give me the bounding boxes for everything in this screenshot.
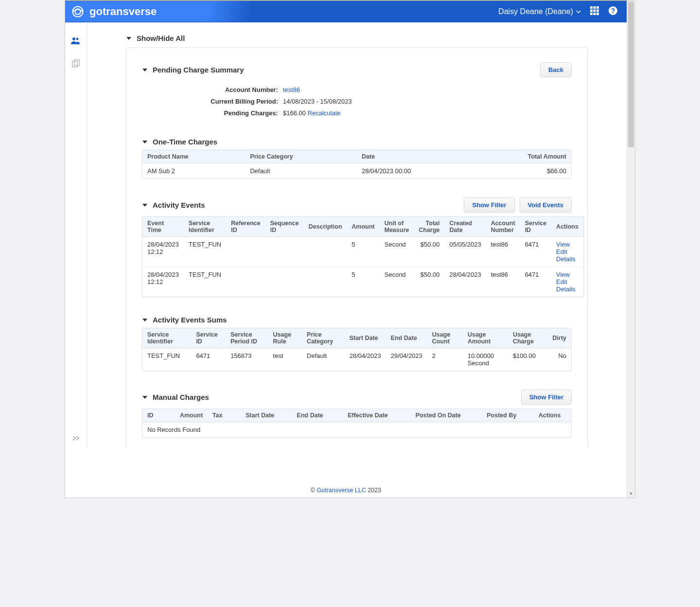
sidebar-copy-icon[interactable] bbox=[71, 59, 80, 70]
link-account-number[interactable]: test86 bbox=[283, 86, 300, 93]
sidebar-accounts-icon[interactable] bbox=[71, 37, 81, 47]
th-svc-identifier[interactable]: Service Identifier bbox=[142, 328, 192, 348]
section-activity-sums: Activity Events Sums Service Identifier … bbox=[142, 316, 572, 371]
svg-rect-9 bbox=[594, 13, 596, 15]
link-edit[interactable]: Edit bbox=[556, 248, 567, 255]
label-pending-charges: Pending Charges: bbox=[195, 107, 283, 119]
th-product[interactable]: Product Name bbox=[142, 150, 245, 163]
svg-rect-5 bbox=[590, 9, 593, 12]
footer: © Gotransverse LLC 2023 bbox=[65, 484, 627, 498]
th-uom[interactable]: Unit of Measure bbox=[380, 217, 414, 237]
th-price-category[interactable]: Price Category bbox=[302, 328, 345, 348]
th-tax[interactable]: Tax bbox=[208, 409, 234, 422]
th-total-charge[interactable]: Total Charge bbox=[414, 217, 444, 237]
section-title-sums: Activity Events Sums bbox=[153, 316, 227, 324]
th-end-date[interactable]: End Date bbox=[386, 328, 427, 348]
left-sidebar bbox=[65, 22, 87, 448]
svg-rect-2 bbox=[590, 6, 593, 9]
browser-viewport: ▲ ▼ gotransverse Accounts Daisy Deane (D… bbox=[65, 0, 635, 498]
brand-name: gotransverse bbox=[89, 5, 157, 18]
th-posted-by[interactable]: Posted By bbox=[475, 409, 528, 422]
caret-down-icon[interactable] bbox=[142, 394, 148, 400]
sidebar-expand-icon[interactable] bbox=[72, 435, 80, 444]
th-usage-amount[interactable]: Usage Amount bbox=[463, 328, 508, 348]
apps-grid-icon[interactable] bbox=[590, 6, 599, 18]
link-details[interactable]: Details bbox=[556, 286, 576, 293]
show-filter-button[interactable]: Show Filter bbox=[464, 197, 514, 213]
th-service-identifier[interactable]: Service Identifier bbox=[184, 217, 226, 237]
link-edit[interactable]: Edit bbox=[556, 278, 567, 286]
th-price-category[interactable]: Price Category bbox=[245, 150, 357, 163]
section-title-manual: Manual Charges bbox=[153, 393, 209, 401]
help-icon[interactable]: ? bbox=[608, 6, 618, 18]
manual-charges-table: ID Amount Tax Start Date End Date Effect… bbox=[142, 409, 572, 438]
caret-down-icon[interactable] bbox=[142, 67, 148, 73]
table-row: 28/04/2023 12:12 TEST_FUN 5 Second $50.0… bbox=[142, 267, 584, 297]
th-start-date[interactable]: Start Date bbox=[234, 409, 286, 422]
one-time-table: Product Name Price Category Date Total A… bbox=[142, 150, 572, 179]
svg-rect-8 bbox=[590, 13, 593, 15]
brand-logo-icon bbox=[71, 5, 85, 18]
footer-year: 2023 bbox=[368, 487, 381, 494]
th-effective-date[interactable]: Effective Date bbox=[334, 409, 402, 422]
th-amount[interactable]: Amount bbox=[347, 217, 380, 237]
th-service-id[interactable]: Service ID bbox=[520, 217, 551, 237]
th-sequence-id[interactable]: Sequence ID bbox=[265, 217, 304, 237]
th-reference-id[interactable]: Reference ID bbox=[226, 217, 265, 237]
vertical-scrollbar[interactable]: ▲ ▼ bbox=[627, 0, 635, 498]
th-end-date[interactable]: End Date bbox=[286, 409, 334, 422]
th-event-time[interactable]: Event Time bbox=[142, 217, 184, 237]
th-usage-charge[interactable]: Usage Charge bbox=[508, 328, 548, 348]
th-start-date[interactable]: Start Date bbox=[345, 328, 386, 348]
link-view[interactable]: View bbox=[556, 271, 570, 278]
cell-product: AM Sub 2 bbox=[142, 163, 245, 179]
activity-sums-table: Service Identifier Service ID Service Pe… bbox=[142, 328, 572, 371]
show-hide-all-label: Show/Hide All bbox=[137, 34, 185, 42]
label-account-number: Account Number: bbox=[195, 84, 283, 96]
scroll-thumb[interactable] bbox=[628, 1, 634, 147]
section-title-pending: Pending Charge Summary bbox=[153, 66, 244, 74]
row-actions: View Edit Details bbox=[551, 267, 583, 297]
th-amount[interactable]: Amount bbox=[164, 409, 208, 422]
th-total-amount[interactable]: Total Amount bbox=[486, 150, 572, 163]
section-title-one-time: One-Time Charges bbox=[153, 138, 217, 146]
link-view[interactable]: View bbox=[556, 241, 570, 248]
brand-area: gotransverse bbox=[65, 1, 250, 22]
svg-point-0 bbox=[73, 6, 83, 17]
link-recalculate[interactable]: Recalculate bbox=[308, 109, 341, 117]
table-row: No Records Found bbox=[142, 422, 572, 438]
svg-point-14 bbox=[76, 38, 79, 40]
caret-down-icon[interactable] bbox=[142, 202, 148, 208]
user-menu[interactable]: Daisy Deane (Deane) bbox=[498, 7, 581, 16]
show-filter-button[interactable]: Show Filter bbox=[521, 390, 572, 405]
back-button[interactable]: Back bbox=[540, 62, 572, 77]
link-details[interactable]: Details bbox=[556, 255, 576, 263]
th-account-number[interactable]: Account Number bbox=[486, 217, 520, 237]
th-description[interactable]: Description bbox=[304, 217, 347, 237]
caret-down-icon[interactable] bbox=[142, 139, 148, 145]
th-id[interactable]: ID bbox=[142, 409, 164, 422]
svg-rect-3 bbox=[594, 6, 596, 9]
th-dirty[interactable]: Dirty bbox=[547, 328, 571, 348]
th-period-id[interactable]: Service Period ID bbox=[226, 328, 268, 348]
th-usage-rule[interactable]: Usage Rule bbox=[268, 328, 302, 348]
void-events-button[interactable]: Void Events bbox=[520, 197, 572, 213]
section-title-activity: Activity Events bbox=[153, 201, 205, 209]
scroll-down-arrow-icon[interactable]: ▼ bbox=[627, 489, 635, 498]
panel: Pending Charge Summary Back Account Numb… bbox=[126, 47, 588, 448]
th-svc-id[interactable]: Service ID bbox=[191, 328, 226, 348]
th-usage-count[interactable]: Usage Count bbox=[427, 328, 463, 348]
th-posted-on[interactable]: Posted On Date bbox=[401, 409, 475, 422]
th-date[interactable]: Date bbox=[357, 150, 486, 163]
th-created-date[interactable]: Created Date bbox=[445, 217, 486, 237]
caret-down-icon[interactable] bbox=[142, 317, 148, 323]
value-billing-period: 14/08/2023 - 15/08/2023 bbox=[283, 96, 352, 107]
footer-link[interactable]: Gotransverse LLC bbox=[316, 487, 366, 494]
svg-rect-15 bbox=[72, 61, 77, 67]
app-header: gotransverse Accounts Daisy Deane (Deane… bbox=[65, 0, 627, 22]
show-hide-all-toggle[interactable]: Show/Hide All bbox=[126, 34, 588, 42]
th-actions: Actions bbox=[551, 217, 583, 237]
th-actions: Actions bbox=[528, 409, 571, 422]
section-pending-summary: Pending Charge Summary Back Account Numb… bbox=[142, 62, 572, 119]
section-activity-events: Activity Events Show Filter Void Events … bbox=[142, 197, 572, 297]
